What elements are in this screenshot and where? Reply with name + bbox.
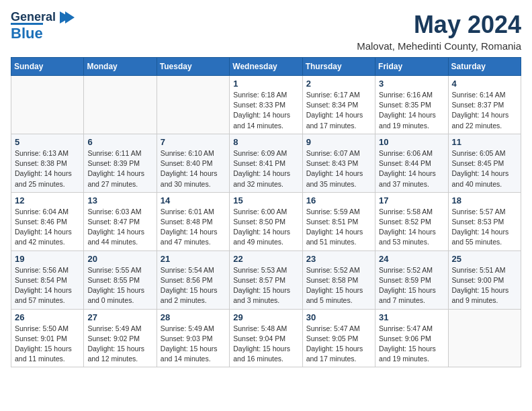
day-number: 21: [161, 254, 226, 264]
day-info: Sunrise: 5:52 AMSunset: 8:59 PMDaylight:…: [379, 265, 444, 306]
calendar-cell: 19Sunrise: 5:56 AMSunset: 8:54 PMDayligh…: [11, 250, 84, 309]
calendar-table: SundayMondayTuesdayWednesdayThursdayFrid…: [11, 57, 521, 367]
day-info: Sunrise: 6:00 AMSunset: 8:50 PMDaylight:…: [233, 207, 298, 248]
day-info: Sunrise: 6:10 AMSunset: 8:40 PMDaylight:…: [161, 148, 226, 189]
calendar-cell: 16Sunrise: 5:59 AMSunset: 8:51 PMDayligh…: [302, 192, 375, 250]
day-info: Sunrise: 6:11 AMSunset: 8:39 PMDaylight:…: [87, 148, 152, 189]
calendar-cell: 21Sunrise: 5:54 AMSunset: 8:56 PMDayligh…: [157, 250, 229, 309]
calendar-cell: 4Sunrise: 6:14 AMSunset: 8:37 PMDaylight…: [448, 76, 521, 134]
calendar-cell: 8Sunrise: 6:09 AMSunset: 8:41 PMDaylight…: [230, 134, 302, 192]
header-row: SundayMondayTuesdayWednesdayThursdayFrid…: [11, 58, 521, 76]
day-info: Sunrise: 5:49 AMSunset: 9:03 PMDaylight:…: [161, 324, 226, 365]
calendar-cell: [157, 76, 229, 134]
day-number: 15: [233, 195, 298, 205]
calendar-cell: 17Sunrise: 5:58 AMSunset: 8:52 PMDayligh…: [375, 192, 448, 250]
calendar-cell: 24Sunrise: 5:52 AMSunset: 8:59 PMDayligh…: [375, 250, 448, 309]
calendar-cell: 9Sunrise: 6:07 AMSunset: 8:43 PMDaylight…: [302, 134, 375, 192]
calendar-body: 1Sunrise: 6:18 AMSunset: 8:33 PMDaylight…: [11, 76, 521, 367]
day-number: 26: [15, 312, 80, 322]
subtitle: Malovat, Mehedinti County, Romania: [357, 40, 521, 52]
calendar-cell: 2Sunrise: 6:17 AMSunset: 8:34 PMDaylight…: [302, 76, 375, 134]
header-day-saturday: Saturday: [448, 58, 521, 76]
day-info: Sunrise: 6:17 AMSunset: 8:34 PMDaylight:…: [306, 90, 371, 131]
calendar-cell: 15Sunrise: 6:00 AMSunset: 8:50 PMDayligh…: [230, 192, 302, 250]
day-number: 2: [306, 79, 371, 89]
day-info: Sunrise: 6:06 AMSunset: 8:44 PMDaylight:…: [379, 148, 444, 189]
day-number: 22: [233, 254, 298, 264]
day-number: 13: [87, 195, 152, 205]
day-info: Sunrise: 5:54 AMSunset: 8:56 PMDaylight:…: [161, 265, 226, 306]
calendar-cell: 29Sunrise: 5:48 AMSunset: 9:04 PMDayligh…: [230, 309, 302, 367]
calendar-cell: [84, 76, 157, 134]
day-info: Sunrise: 5:48 AMSunset: 9:04 PMDaylight:…: [233, 324, 298, 365]
header-day-monday: Monday: [84, 58, 157, 76]
day-number: 19: [15, 254, 80, 264]
day-info: Sunrise: 5:49 AMSunset: 9:02 PMDaylight:…: [87, 324, 152, 365]
day-info: Sunrise: 5:57 AMSunset: 8:53 PMDaylight:…: [452, 207, 517, 248]
calendar-cell: 18Sunrise: 5:57 AMSunset: 8:53 PMDayligh…: [448, 192, 521, 250]
title-block: May 2024 Malovat, Mehedinti County, Roma…: [357, 11, 521, 52]
calendar-cell: 23Sunrise: 5:52 AMSunset: 8:58 PMDayligh…: [302, 250, 375, 309]
calendar-cell: 13Sunrise: 6:03 AMSunset: 8:47 PMDayligh…: [84, 192, 157, 250]
calendar-cell: 28Sunrise: 5:49 AMSunset: 9:03 PMDayligh…: [157, 309, 229, 367]
day-number: 11: [452, 137, 517, 147]
day-info: Sunrise: 6:18 AMSunset: 8:33 PMDaylight:…: [233, 90, 298, 131]
calendar-cell: 26Sunrise: 5:50 AMSunset: 9:01 PMDayligh…: [11, 309, 84, 367]
calendar-cell: 6Sunrise: 6:11 AMSunset: 8:39 PMDaylight…: [84, 134, 157, 192]
day-number: 31: [379, 312, 444, 322]
calendar-header: SundayMondayTuesdayWednesdayThursdayFrid…: [11, 58, 521, 76]
day-info: Sunrise: 5:47 AMSunset: 9:06 PMDaylight:…: [379, 324, 444, 365]
calendar-cell: [448, 309, 521, 367]
day-number: 24: [379, 254, 444, 264]
svg-marker-1: [65, 11, 75, 24]
day-number: 20: [87, 254, 152, 264]
day-info: Sunrise: 5:53 AMSunset: 8:57 PMDaylight:…: [233, 265, 298, 306]
calendar-week-row: 26Sunrise: 5:50 AMSunset: 9:01 PMDayligh…: [11, 309, 521, 367]
day-info: Sunrise: 6:04 AMSunset: 8:46 PMDaylight:…: [15, 207, 80, 248]
header-day-friday: Friday: [375, 58, 448, 76]
calendar-cell: 31Sunrise: 5:47 AMSunset: 9:06 PMDayligh…: [375, 309, 448, 367]
day-number: 29: [233, 312, 298, 322]
calendar-cell: 12Sunrise: 6:04 AMSunset: 8:46 PMDayligh…: [11, 192, 84, 250]
day-number: 3: [379, 79, 444, 89]
day-number: 28: [161, 312, 226, 322]
day-number: 1: [233, 79, 298, 89]
calendar-cell: 27Sunrise: 5:49 AMSunset: 9:02 PMDayligh…: [84, 309, 157, 367]
day-number: 30: [306, 312, 371, 322]
day-info: Sunrise: 6:01 AMSunset: 8:48 PMDaylight:…: [161, 207, 226, 248]
calendar-cell: 14Sunrise: 6:01 AMSunset: 8:48 PMDayligh…: [157, 192, 229, 250]
day-info: Sunrise: 6:09 AMSunset: 8:41 PMDaylight:…: [233, 148, 298, 189]
logo: General Blue: [11, 11, 75, 42]
calendar-week-row: 19Sunrise: 5:56 AMSunset: 8:54 PMDayligh…: [11, 250, 521, 309]
day-info: Sunrise: 5:58 AMSunset: 8:52 PMDaylight:…: [379, 207, 444, 248]
day-info: Sunrise: 5:55 AMSunset: 8:55 PMDaylight:…: [87, 265, 152, 306]
day-number: 23: [306, 254, 371, 264]
calendar-cell: 25Sunrise: 5:51 AMSunset: 9:00 PMDayligh…: [448, 250, 521, 309]
calendar-week-row: 1Sunrise: 6:18 AMSunset: 8:33 PMDaylight…: [11, 76, 521, 134]
day-number: 8: [233, 137, 298, 147]
day-info: Sunrise: 6:13 AMSunset: 8:38 PMDaylight:…: [15, 148, 80, 189]
calendar-cell: 10Sunrise: 6:06 AMSunset: 8:44 PMDayligh…: [375, 134, 448, 192]
day-info: Sunrise: 6:05 AMSunset: 8:45 PMDaylight:…: [452, 148, 517, 189]
calendar-cell: [11, 76, 84, 134]
day-info: Sunrise: 6:16 AMSunset: 8:35 PMDaylight:…: [379, 90, 444, 131]
day-info: Sunrise: 5:59 AMSunset: 8:51 PMDaylight:…: [306, 207, 371, 248]
day-info: Sunrise: 5:52 AMSunset: 8:58 PMDaylight:…: [306, 265, 371, 306]
logo-text-blue: Blue: [11, 23, 43, 42]
day-info: Sunrise: 6:03 AMSunset: 8:47 PMDaylight:…: [87, 207, 152, 248]
header-day-wednesday: Wednesday: [230, 58, 302, 76]
day-number: 5: [15, 137, 80, 147]
day-number: 6: [87, 137, 152, 147]
day-number: 16: [306, 195, 371, 205]
day-info: Sunrise: 6:14 AMSunset: 8:37 PMDaylight:…: [452, 90, 517, 131]
calendar-cell: 30Sunrise: 5:47 AMSunset: 9:05 PMDayligh…: [302, 309, 375, 367]
calendar-cell: 3Sunrise: 6:16 AMSunset: 8:35 PMDaylight…: [375, 76, 448, 134]
calendar-cell: 7Sunrise: 6:10 AMSunset: 8:40 PMDaylight…: [157, 134, 229, 192]
day-number: 14: [161, 195, 226, 205]
main-title: May 2024: [357, 11, 521, 39]
header-day-sunday: Sunday: [11, 58, 84, 76]
day-number: 25: [452, 254, 517, 264]
day-number: 17: [379, 195, 444, 205]
logo-arrow-icon: [57, 11, 75, 24]
day-number: 7: [161, 137, 226, 147]
